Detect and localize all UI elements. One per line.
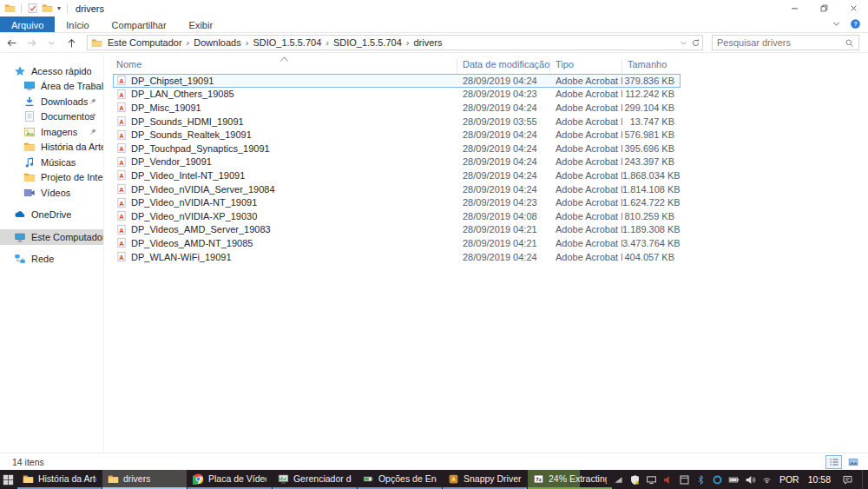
back-button[interactable] [3, 35, 20, 51]
refresh-icon[interactable] [691, 38, 700, 48]
breadcrumb-segment-sdio-1-5-5-704[interactable]: SDIO_1.5.5.704 [249, 37, 325, 48]
tab-exibir[interactable]: Exibir [178, 17, 225, 32]
file-row[interactable]: ADP_Touchpad_Synaptics_1909128/09/2019 0… [113, 142, 681, 155]
windows-logo-icon [3, 474, 14, 486]
restore-button[interactable] [809, 0, 838, 17]
file-type: Adobe Acrobat D... [550, 252, 622, 262]
taskbar-button-snappy-driver-ins[interactable]: Snappy Driver Ins... [443, 470, 527, 489]
details-view-button[interactable] [825, 455, 842, 469]
column-header-data-de-modifica-o[interactable]: Data de modificação [457, 59, 549, 74]
sidebar-item-onedrive[interactable]: OneDrive [0, 208, 103, 223]
properties-icon[interactable] [27, 3, 38, 14]
breadcrumb-segment-downloads[interactable]: Downloads [190, 37, 244, 48]
file-row[interactable]: ADP_Vendor_1909128/09/2019 04:24Adobe Ac… [113, 155, 681, 169]
thumbnails-view-button[interactable] [845, 455, 861, 469]
file-name-cell: ADP_Vendor_19091 [114, 156, 457, 168]
tab-in-cio[interactable]: Início [55, 17, 100, 32]
pdf-icon: A [116, 251, 127, 262]
recent-locations-chevron-icon[interactable] [43, 35, 60, 51]
file-row[interactable]: ADP_Videos_AMD-NT_1908528/09/2019 04:21A… [113, 236, 681, 250]
sidebar-item-downloads[interactable]: Downloads [0, 94, 103, 109]
column-header-tamanho[interactable]: Tamanho [621, 59, 681, 74]
folder-icon [23, 473, 34, 485]
file-size: 576.981 KB [622, 129, 681, 140]
column-header-tipo[interactable]: Tipo [549, 59, 621, 74]
sidebar-item-label: Rede [31, 254, 54, 264]
file-row[interactable]: ADP_Sounds_Realtek_1909128/09/2019 04:24… [113, 128, 681, 142]
search-icon[interactable] [845, 38, 854, 48]
sidebar-item-acesso-r-pido[interactable]: Acesso rápido [0, 63, 103, 79]
sidebar-item-v-deos[interactable]: Vídeos [0, 185, 103, 201]
breadcrumb-segment-sdio-1-5-5-704[interactable]: SDIO_1.5.5.704 [330, 37, 405, 48]
wifi-icon[interactable] [761, 474, 773, 486]
app-window-icon[interactable] [679, 474, 690, 486]
file-row[interactable]: ADP_Videos_AMD_Server_1908328/09/2019 04… [113, 223, 681, 237]
forward-button[interactable] [23, 35, 40, 51]
taskbar-button-op-es-de-energia[interactable]: Opções de Energia [358, 470, 442, 489]
address-box[interactable]: Este Computador›Downloads›SDIO_1.5.5.704… [87, 35, 703, 50]
help-icon[interactable]: ? [850, 18, 861, 30]
sidebar-item-hist-ria-da-arte[interactable]: História da Arte [0, 140, 103, 155]
file-date: 28/09/2019 04:24 [457, 252, 550, 262]
clock[interactable]: 10:58 [806, 474, 832, 485]
taskbar: História da ArtedriversPlaca de Vídeo nã… [0, 470, 868, 489]
file-row[interactable]: ADP_Video_Intel-NT_1909128/09/2019 04:24… [113, 169, 681, 182]
audio-red-icon[interactable] [662, 474, 674, 486]
tab-compartilhar[interactable]: Compartilhar [101, 17, 178, 32]
file-row[interactable]: ADP_Misc_1909128/09/2019 04:24Adobe Acro… [113, 101, 681, 115]
title-bar: ▾ drivers [0, 0, 868, 17]
file-row[interactable]: ADP_Video_nVIDIA-XP_1903028/09/2019 04:0… [113, 209, 681, 223]
breadcrumb-segment-drivers[interactable]: drivers [411, 37, 446, 48]
shield-blue-icon[interactable] [712, 474, 723, 486]
new-folder-icon[interactable] [42, 3, 53, 14]
battery-icon[interactable] [728, 474, 740, 486]
sidebar-item-m-sicas[interactable]: Músicas [0, 155, 103, 170]
bluetooth-icon[interactable] [695, 474, 707, 486]
volume-icon[interactable] [745, 474, 756, 486]
file-row[interactable]: ADP_Sounds_HDMI_1909128/09/2019 03:55Ado… [113, 115, 681, 129]
file-row[interactable]: ADP_Video_nVIDIA-NT_1909128/09/2019 04:2… [113, 195, 681, 209]
qat-customize-caret-icon[interactable]: ▾ [57, 4, 61, 12]
defender-warning-icon[interactable] [629, 474, 641, 486]
expand-ribbon-chevron-icon[interactable] [831, 18, 842, 30]
tab-arquivo[interactable]: Arquivo [0, 17, 55, 32]
view-toggle-buttons [825, 455, 861, 469]
svg-text:A: A [119, 104, 124, 112]
taskbar-button-gerenciador-de-t[interactable]: Gerenciador de T... [273, 470, 357, 489]
file-size: 13.747 KB [622, 116, 681, 127]
show-desktop-button[interactable] [862, 470, 866, 489]
file-name-cell: ADP_Videos_AMD-NT_19085 [114, 237, 457, 248]
sidebar-item-rea-de-trabalho[interactable]: Área de Trabalho [0, 79, 103, 95]
sidebar-item-rede[interactable]: Rede [0, 252, 103, 268]
file-row[interactable]: ADP_LAN_Others_1908528/09/2019 04:23Adob… [113, 88, 681, 102]
taskbar-button-placa-de-v-deo-n[interactable]: Placa de Vídeo nã... [187, 470, 272, 489]
language-indicator[interactable]: POR [778, 474, 801, 485]
display-icon[interactable] [646, 474, 657, 486]
address-dropdown-chevron-icon[interactable] [679, 38, 688, 48]
search-input[interactable] [717, 37, 845, 48]
start-button[interactable] [0, 470, 17, 489]
taskbar-button-24-extracting-c[interactable]: 7z24% Extracting C:... [528, 470, 612, 489]
file-row[interactable]: ADP_Video_nVIDIA_Server_1908428/09/2019 … [113, 182, 681, 196]
sidebar-item-documentos[interactable]: Documentos [0, 109, 103, 125]
sidebar-item-projeto-de-interiores[interactable]: Projeto de Interiores [0, 170, 103, 186]
download-icon [23, 96, 36, 108]
action-center-button[interactable] [838, 470, 857, 489]
pdf-icon: A [116, 183, 127, 195]
hidden-icons-icon[interactable] [613, 474, 624, 486]
taskbar-button-drivers[interactable]: drivers [102, 470, 187, 489]
close-button[interactable] [838, 0, 868, 17]
pin-icon [89, 82, 97, 90]
file-name: DP_Video_nVIDIA_Server_19084 [131, 184, 275, 195]
sidebar-item-este-computador[interactable]: Este Computador [0, 229, 103, 245]
file-row[interactable]: ADP_WLAN-WiFi_1909128/09/2019 04:24Adobe… [113, 250, 681, 264]
up-button[interactable] [63, 35, 80, 51]
taskbar-button-hist-ria-da-arte[interactable]: História da Arte [17, 470, 102, 489]
minimize-button[interactable] [779, 0, 809, 17]
file-name: DP_Misc_19091 [131, 102, 201, 113]
network-icon [14, 253, 26, 265]
sidebar-item-imagens[interactable]: Imagens [0, 124, 103, 140]
breadcrumb-segment-este-computador[interactable]: Este Computador [104, 37, 186, 48]
sidebar-item-label: História da Arte [41, 142, 103, 152]
file-row[interactable]: ADP_Chipset_1909128/09/2019 04:24Adobe A… [113, 74, 681, 88]
